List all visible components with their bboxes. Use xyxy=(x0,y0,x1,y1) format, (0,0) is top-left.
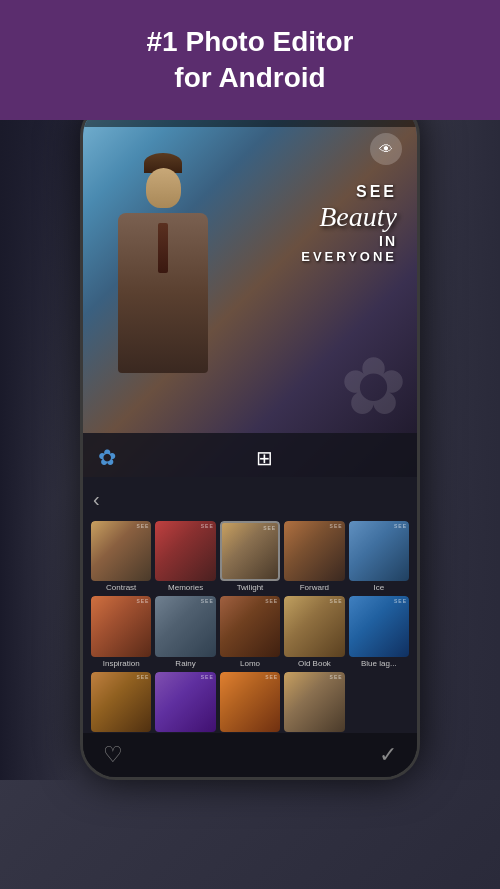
thumb-watermark: SEE xyxy=(201,598,214,604)
filter-thumb-violet: SEE xyxy=(155,672,215,732)
thumb-watermark: SEE xyxy=(263,525,276,531)
filter-label-lomo: Lomo xyxy=(220,659,280,668)
filter-thumb-inspiration: SEE xyxy=(91,596,151,656)
thumb-inner: SEE xyxy=(222,523,278,579)
main-photo-area: ✿ 👁 SEE Beauty IN EVERYONE ✿ ⊞ xyxy=(83,103,417,483)
thumb-watermark: SEE xyxy=(136,598,149,604)
everyone-text: EVERYONE xyxy=(301,249,397,264)
phone-device: ▼ 47% ✿ 👁 SEE Bea xyxy=(80,100,420,780)
filter-item-rainy[interactable]: SEE Rainy xyxy=(155,596,215,667)
filter-label-rainy: Rainy xyxy=(155,659,215,668)
filter-item-lomo[interactable]: SEE Lomo xyxy=(220,596,280,667)
filter-thumb-rainy: SEE xyxy=(155,596,215,656)
filter-thumb-oldbook: SEE xyxy=(284,596,344,656)
in-text: IN xyxy=(301,233,397,249)
thumb-watermark: SEE xyxy=(394,523,407,529)
thumb-inner: SEE xyxy=(284,521,344,581)
thumb-watermark: SEE xyxy=(330,523,343,529)
thumb-watermark: SEE xyxy=(394,598,407,604)
figure-body xyxy=(118,213,208,373)
filter-thumb-sunset: SEE xyxy=(220,672,280,732)
filter-item-contrast[interactable]: SEE Contrast xyxy=(91,521,151,592)
filter-thumb-memories: SEE xyxy=(155,521,215,581)
figure-tie xyxy=(158,223,168,273)
bg-decoration-left xyxy=(0,80,80,780)
layers-icon[interactable]: ⊞ xyxy=(256,446,273,470)
filter-back-row: ‹ xyxy=(83,477,417,521)
header-text: #1 Photo Editor for Android xyxy=(147,24,354,97)
back-arrow-button[interactable]: ‹ xyxy=(93,488,100,511)
filter-thumb-bluelag: SEE xyxy=(349,596,409,656)
eye-overlay-button[interactable]: 👁 xyxy=(370,133,402,165)
figure-head xyxy=(146,168,181,208)
thumb-watermark: SEE xyxy=(265,598,278,604)
filter-item-memories[interactable]: SEE Memories xyxy=(155,521,215,592)
thumb-watermark: SEE xyxy=(136,674,149,680)
thumb-watermark: SEE xyxy=(265,674,278,680)
thumb-watermark: SEE xyxy=(330,674,343,680)
filter-item-oldbook[interactable]: SEE Old Book xyxy=(284,596,344,667)
bottom-action-bar: ♡ ✓ xyxy=(83,733,417,777)
filter-label-forward: Forward xyxy=(284,583,344,592)
filter-label-inspiration: Inspiration xyxy=(91,659,151,668)
filter-thumb-forward: SEE xyxy=(284,521,344,581)
filter-label-memories: Memories xyxy=(155,583,215,592)
beauty-text: Beauty xyxy=(301,201,397,233)
heart-button[interactable]: ♡ xyxy=(103,742,123,768)
confirm-button[interactable]: ✓ xyxy=(379,742,397,768)
thumb-inner: SEE xyxy=(155,521,215,581)
flower-icon[interactable]: ✿ xyxy=(98,445,116,471)
header-line1: #1 Photo Editor xyxy=(147,26,354,57)
thumb-watermark: SEE xyxy=(201,523,214,529)
filter-label-contrast: Contrast xyxy=(91,583,151,592)
filter-label-bluelag: Blue lag... xyxy=(349,659,409,668)
filter-item-inspiration[interactable]: SEE Inspiration xyxy=(91,596,151,667)
see-text: SEE xyxy=(301,183,397,201)
filter-item-bluelag[interactable]: SEE Blue lag... xyxy=(349,596,409,667)
thumb-watermark: SEE xyxy=(330,598,343,604)
photo-toolbar: ✿ ⊞ xyxy=(83,433,417,483)
phone-screen: ▼ 47% ✿ 👁 SEE Bea xyxy=(80,100,420,780)
floral-decoration: ✿ xyxy=(340,340,407,433)
thumb-inner: SEE xyxy=(91,521,151,581)
filter-item-forward[interactable]: SEE Forward xyxy=(284,521,344,592)
filter-thumb-goodm: SEE xyxy=(91,672,151,732)
eye-icon: 👁 xyxy=(379,141,393,157)
photo-subject xyxy=(93,153,233,433)
filter-thumb-twilight: SEE xyxy=(220,521,280,581)
filter-thumb-contrast: SEE xyxy=(91,521,151,581)
filter-panel: ‹ SEE Contrast SEE xyxy=(83,477,417,777)
header-banner: #1 Photo Editor for Android xyxy=(0,0,500,120)
filter-label-ice: Ice xyxy=(349,583,409,592)
filter-thumb-twilight2: SEE xyxy=(284,672,344,732)
filter-item-twilight[interactable]: SEE Twilight xyxy=(220,521,280,592)
filter-label-oldbook: Old Book xyxy=(284,659,344,668)
filter-thumb-lomo: SEE xyxy=(220,596,280,656)
filter-label-twilight: Twilight xyxy=(220,583,280,592)
filter-thumb-ice: SEE xyxy=(349,521,409,581)
photo-text-overlay: SEE Beauty IN EVERYONE xyxy=(301,183,397,264)
thumb-watermark: SEE xyxy=(136,523,149,529)
header-line2: for Android xyxy=(174,62,325,93)
filter-item-ice[interactable]: SEE Ice xyxy=(349,521,409,592)
thumb-watermark: SEE xyxy=(201,674,214,680)
filter-grid: SEE Contrast SEE Memories xyxy=(83,521,417,743)
